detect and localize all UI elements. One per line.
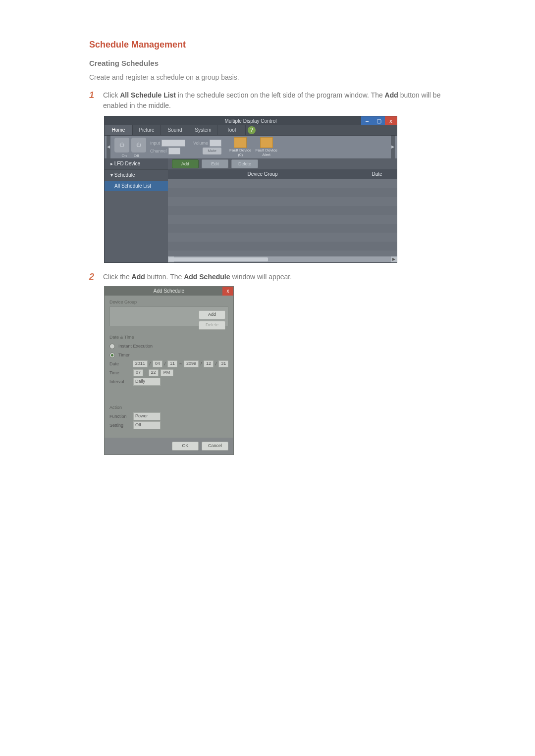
setting-select[interactable]: Off	[133, 421, 160, 429]
power-icon: ⏻	[119, 142, 124, 148]
date-from-day[interactable]: 11	[167, 360, 177, 367]
date-to-day[interactable]: 31	[218, 360, 228, 367]
on-label: On	[121, 153, 127, 158]
device-group-legend: Device Group	[109, 300, 228, 304]
bold: Add Schedule	[184, 273, 230, 281]
date-to-month[interactable]: 12	[204, 360, 214, 367]
tab-system[interactable]: System	[189, 125, 217, 135]
power-off-button[interactable]: ⏻	[131, 138, 146, 152]
input-label: Input	[150, 141, 160, 146]
sep: /	[215, 361, 217, 366]
fault-alert-icon[interactable]	[260, 137, 273, 148]
setting-label: Setting	[109, 423, 131, 428]
step-1-text: Click All Schedule List in the schedule …	[103, 90, 446, 111]
col-date[interactable]: Date	[357, 169, 397, 179]
device-group-delete-button: Delete	[199, 321, 225, 330]
off-label: Off	[134, 153, 139, 158]
time-ampm[interactable]: PM	[160, 369, 173, 376]
col-device-group[interactable]: Device Group	[168, 169, 357, 179]
power-icon: ⏻	[136, 142, 141, 148]
device-group-add-button[interactable]: Add	[199, 310, 225, 319]
horizontal-scrollbar[interactable]: ◀ ▶	[168, 256, 397, 262]
bold: Add	[132, 273, 145, 281]
fault-device-label: Fault Device (0)	[229, 148, 251, 157]
function-select[interactable]: Power	[133, 412, 160, 420]
dialog-title-text: Add Schedule	[154, 288, 184, 294]
add-button[interactable]: Add	[172, 159, 199, 168]
t: window will appear.	[230, 273, 292, 281]
help-icon[interactable]: ?	[248, 126, 256, 134]
toolbar: Add Edit Delete	[168, 158, 397, 169]
subsection-title: Creating Schedules	[89, 59, 446, 67]
interval-select[interactable]: Daily	[133, 378, 160, 386]
step-number: 1	[89, 90, 96, 111]
edit-button: Edit	[202, 159, 228, 168]
volume-label: Volume	[193, 141, 208, 146]
sep: :	[145, 370, 147, 375]
t: Click	[103, 91, 120, 99]
t: button. The	[145, 273, 184, 281]
time-label: Time	[109, 370, 131, 375]
time-minute[interactable]: 22	[149, 369, 159, 376]
close-button[interactable]: x	[385, 116, 397, 125]
bold: Add	[385, 91, 398, 99]
tab-home[interactable]: Home	[105, 125, 133, 135]
instant-radio[interactable]	[109, 344, 115, 349]
ok-button[interactable]: OK	[172, 442, 199, 451]
date-from-year[interactable]: 2011	[133, 360, 147, 367]
input-select[interactable]	[161, 140, 185, 147]
date-from-month[interactable]: 04	[153, 360, 162, 367]
tab-sound[interactable]: Sound	[161, 125, 189, 135]
mdc-window: Multiple Display Control – ▢ x Home Pict…	[104, 116, 397, 263]
timer-label: Timer	[118, 353, 130, 357]
titlebar: Multiple Display Control – ▢ x	[105, 116, 397, 125]
window-title: Multiple Display Control	[105, 118, 397, 124]
dialog-title: Add Schedule x	[105, 287, 233, 296]
sidebar-section-lfd[interactable]: ▸ LFD Device	[105, 158, 168, 170]
volume-stepper[interactable]	[210, 140, 221, 147]
scroll-right-icon[interactable]: ▶	[391, 256, 397, 262]
grid-header: Device Group Date	[168, 169, 397, 179]
channel-label: Channel	[150, 149, 167, 153]
timer-radio[interactable]	[109, 353, 115, 358]
add-schedule-dialog: Add Schedule x Device Group Add Delete D…	[104, 286, 234, 455]
sep: /	[201, 361, 202, 366]
power-on-button[interactable]: ⏻	[114, 138, 129, 152]
function-label: Function	[109, 414, 131, 419]
delete-button: Delete	[231, 159, 258, 168]
tab-picture[interactable]: Picture	[133, 125, 161, 135]
ribbon: ◀ ⏻ ⏻ On Off Input Channel Volume Mute	[105, 136, 397, 158]
time-hour[interactable]: 07	[133, 369, 143, 376]
ribbon-prev-icon[interactable]: ◀	[107, 136, 110, 158]
sidebar-item-all-schedule-list[interactable]: All Schedule List	[105, 181, 168, 191]
sep: /	[164, 361, 166, 366]
date-label: Date	[109, 361, 131, 366]
step-number: 2	[89, 272, 96, 282]
sep: /	[150, 361, 151, 366]
date-range-sep: ~	[179, 361, 182, 366]
section-title: Schedule Management	[89, 40, 446, 50]
sidebar: ▸ LFD Device ▾ Schedule All Schedule Lis…	[105, 158, 168, 262]
intro-text: Create and register a schedule on a grou…	[89, 73, 446, 81]
channel-stepper[interactable]	[168, 148, 180, 154]
mute-button[interactable]: Mute	[203, 148, 221, 154]
scroll-thumb[interactable]	[169, 257, 268, 261]
instant-label: Instant Execution	[118, 344, 153, 349]
sidebar-section-schedule[interactable]: ▾ Schedule	[105, 170, 168, 181]
step-2-text: Click the Add button. The Add Schedule w…	[103, 272, 292, 282]
dialog-close-button[interactable]: x	[222, 287, 233, 296]
fault-device-icon[interactable]	[234, 137, 247, 148]
tab-tool[interactable]: Tool	[217, 125, 246, 135]
t: in the schedule section on the left side…	[176, 91, 385, 99]
fault-alert-label: Fault Device Alert	[256, 148, 277, 157]
action-legend: Action	[109, 405, 228, 410]
maximize-button[interactable]: ▢	[373, 116, 385, 125]
minimize-button[interactable]: –	[361, 116, 373, 125]
cancel-button[interactable]: Cancel	[202, 442, 228, 451]
schedule-label: Schedule	[114, 172, 135, 178]
grid-body	[168, 179, 397, 256]
t: Click the	[103, 273, 132, 281]
ribbon-next-icon[interactable]: ▶	[391, 136, 395, 158]
date-to-year[interactable]: 2099	[184, 360, 198, 367]
date-time-legend: Date & Time	[109, 335, 228, 340]
